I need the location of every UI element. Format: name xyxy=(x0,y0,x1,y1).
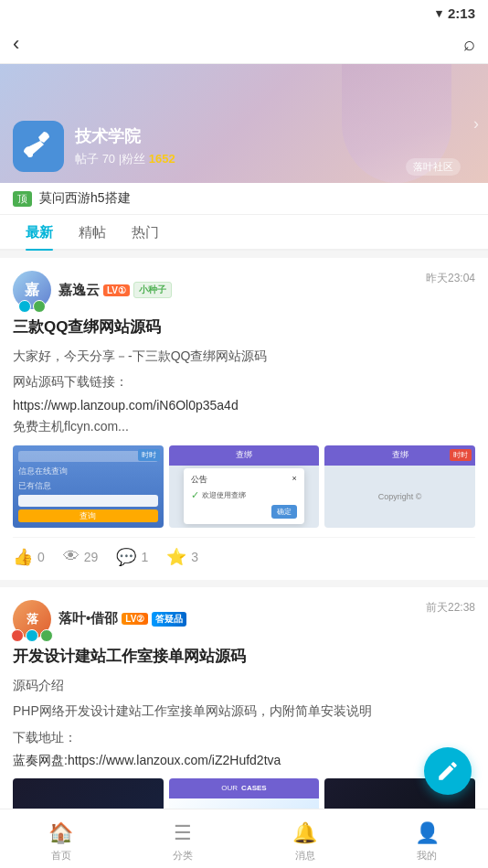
category-icon: ☰ xyxy=(174,821,192,845)
tab-latest[interactable]: 最新 xyxy=(13,215,66,249)
banner-text-block: 技术学院 帖子 70 |粉丝 1652 xyxy=(75,125,175,167)
home-icon: 🏠 xyxy=(48,821,73,845)
author-1-avatar: 嘉 xyxy=(13,271,51,309)
status-time: 2:13 xyxy=(448,5,475,21)
thumb3-copyright: Copyright © xyxy=(324,466,475,528)
post-2-body2: PHP网络开发设计建站工作室接单网站源码，内附简单安装说明 xyxy=(13,701,475,721)
tab-featured[interactable]: 精帖 xyxy=(66,215,119,249)
pinned-notice[interactable]: 顶 莫问西游h5搭建 xyxy=(0,183,488,215)
post-1-body3: 免费主机flcyn.com... xyxy=(13,416,475,436)
tabs-bar: 最新 精帖 热门 xyxy=(0,215,488,251)
badge2-red xyxy=(11,629,24,642)
eye-icon: 👁 xyxy=(63,547,80,566)
author-2-info: 落叶•借邵 LV② 答疑品 xyxy=(58,610,186,627)
compose-fab[interactable] xyxy=(424,747,472,795)
banner-content: 技术学院 帖子 70 |粉丝 1652 xyxy=(0,110,188,183)
nav-profile[interactable]: 👤 我的 xyxy=(366,809,489,868)
author-1-name: 嘉逸云 LV① 小种子 xyxy=(58,282,172,299)
tab-hot[interactable]: 热门 xyxy=(119,215,172,249)
author-2-name: 落叶•借邵 LV② 答疑品 xyxy=(58,610,186,627)
star-icon: ⭐ xyxy=(166,547,186,567)
post-1-thumb-3[interactable]: 查绑 Copyright © 时时 xyxy=(324,445,475,528)
edit-icon xyxy=(436,759,460,783)
post-1-link[interactable]: https://wwp.lanzoup.com/iN6Ol0p35a4d xyxy=(13,398,475,413)
community-title: 技术学院 xyxy=(75,125,175,147)
nav-messages[interactable]: 🔔 消息 xyxy=(244,809,366,868)
thumb3-tag: 时时 xyxy=(450,449,472,461)
post-1-images: 信息在线查询 已有信息 查询 时时 查绑 公告 × ✓ xyxy=(13,445,475,528)
bottom-nav: 🏠 首页 ☰ 分类 🔔 消息 👤 我的 xyxy=(0,809,488,868)
like-icon: 👍 xyxy=(13,547,33,567)
nav-profile-label: 我的 xyxy=(417,849,437,863)
post-1-actions: 👍 0 👁 29 💬 1 ⭐ 3 xyxy=(13,537,475,567)
post-2-link[interactable]: 蓝奏网盘:https://www.lanzoux.com/iZ2Hufd2tva xyxy=(13,753,475,769)
view-count-1: 👁 29 xyxy=(63,547,99,566)
community-stats: 帖子 70 |粉丝 1652 xyxy=(75,151,175,167)
nav-home[interactable]: 🏠 首页 xyxy=(0,809,122,868)
level-badge-2b: 答疑品 xyxy=(152,612,186,627)
thumb1-tag: 时时 xyxy=(138,449,160,461)
post-1-body1: 大家好，今天分享－-下三款QQ查绑网站源码 xyxy=(13,346,475,366)
status-bar: ▾ 2:13 xyxy=(0,0,488,25)
profile-icon: 👤 xyxy=(415,821,440,845)
banner-arrow-icon[interactable]: › xyxy=(473,114,479,134)
wrench-icon xyxy=(24,132,53,161)
nav-messages-label: 消息 xyxy=(295,849,315,863)
like-button-1[interactable]: 👍 0 xyxy=(13,547,45,567)
level-badge-1: LV① xyxy=(103,284,130,296)
post-2-body3: 下载地址： xyxy=(13,727,475,747)
post-1-thumb-2[interactable]: 查绑 公告 × ✓ 欢迎使用查绑 确定 xyxy=(169,445,320,528)
header: ‹ ⌕ xyxy=(0,25,488,64)
search-button[interactable]: ⌕ xyxy=(463,32,475,56)
post-1-title: 三款QQ查绑网站源码 xyxy=(13,316,475,338)
post-2-author: 落 落叶•借邵 LV② 答疑品 xyxy=(13,600,186,638)
post-card-1: 嘉 嘉逸云 LV① 小种子 昨天23:04 三款QQ查绑网站源码 大家好，今天分… xyxy=(0,258,488,580)
bell-icon: 🔔 xyxy=(292,821,317,845)
post-1-body2: 网站源码下载链接： xyxy=(13,371,475,391)
level-badge-2a: LV② xyxy=(122,613,148,625)
pinned-badge: 顶 xyxy=(13,191,32,207)
banner: 技术学院 帖子 70 |粉丝 1652 落叶社区 › xyxy=(0,64,488,183)
avatar-badges xyxy=(18,300,46,313)
nav-category-label: 分类 xyxy=(173,849,193,863)
role-badge-1: 小种子 xyxy=(133,282,172,298)
nav-category[interactable]: ☰ 分类 xyxy=(122,809,245,868)
back-button[interactable]: ‹ xyxy=(13,32,19,56)
pinned-text: 莫问西游h5搭建 xyxy=(39,190,131,207)
badge-verified xyxy=(18,300,31,313)
avatar2-badges xyxy=(11,629,53,642)
post-1-author: 嘉 嘉逸云 LV① 小种子 xyxy=(13,271,172,309)
author-2-avatar: 落 xyxy=(13,600,51,638)
wifi-icon: ▾ xyxy=(436,6,442,20)
post-1-time: 昨天23:04 xyxy=(426,271,475,286)
thumb2-header: 查绑 xyxy=(169,445,320,466)
post-2-time: 前天22:38 xyxy=(426,600,475,616)
badge2-green xyxy=(40,629,53,642)
svg-point-0 xyxy=(27,152,33,157)
badge2-blue xyxy=(26,629,38,642)
nav-home-label: 首页 xyxy=(51,849,71,863)
badge-green xyxy=(33,300,46,313)
comment-button-1[interactable]: 💬 1 xyxy=(116,547,148,567)
post-1-header: 嘉 嘉逸云 LV① 小种子 昨天23:04 xyxy=(13,271,475,309)
comment-icon: 💬 xyxy=(116,547,136,567)
thumb2-confirm-btn[interactable]: 确定 xyxy=(271,505,297,519)
banner-tag: 落叶社区 xyxy=(406,158,461,176)
post-2-title: 开发设计建站工作室接单网站源码 xyxy=(13,646,475,668)
star-button-1[interactable]: ⭐ 3 xyxy=(166,547,198,567)
post-2-header: 落 落叶•借邵 LV② 答疑品 前天22:38 xyxy=(13,600,475,638)
author-1-info: 嘉逸云 LV① 小种子 xyxy=(58,282,172,299)
community-icon xyxy=(13,121,64,172)
post-1-thumb-1[interactable]: 信息在线查询 已有信息 查询 时时 xyxy=(13,445,164,528)
post-2-body1: 源码介绍 xyxy=(13,675,475,695)
